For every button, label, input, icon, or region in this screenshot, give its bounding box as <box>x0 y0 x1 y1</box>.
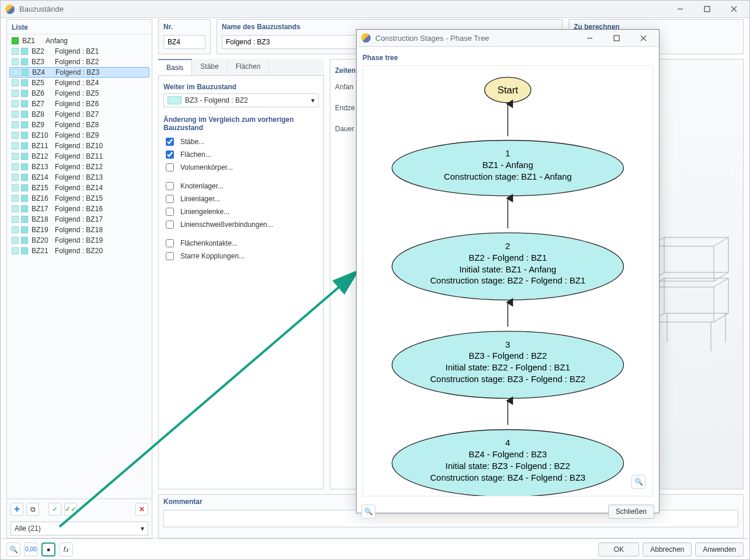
list-item-id: BZ6 <box>32 89 51 97</box>
maximize-button[interactable] <box>603 30 630 46</box>
change-checkbox[interactable]: Linienschweißverbindungen... <box>163 218 319 231</box>
svg-text:3: 3 <box>505 340 510 349</box>
list-item[interactable]: BZ8Folgend : BZ7 <box>9 109 149 120</box>
svg-text:Construction stage: BZ4 - Folg: Construction stage: BZ4 - Folgend : BZ3 <box>430 473 585 482</box>
checkbox[interactable] <box>166 182 174 190</box>
list-item[interactable]: BZ9Folgend : BZ8 <box>9 120 149 130</box>
tab-flachen[interactable]: Flächen <box>228 59 270 75</box>
weiter-combo[interactable]: BZ3 - Folgend : BZ2 ▾ <box>163 93 319 107</box>
color-swatch-icon <box>12 216 19 223</box>
help-icon[interactable]: 🔍 <box>6 542 20 556</box>
list-item[interactable]: BZ12Folgend : BZ11 <box>9 151 149 162</box>
fx-icon[interactable]: f𝑥 <box>59 542 73 556</box>
list-panel: Liste BZ1AnfangBZ2Folgend : BZ1BZ3Folgen… <box>6 19 152 538</box>
color-swatch-icon <box>21 100 28 107</box>
phase-tree-window: Construction Stages - Phase Tree Phase t… <box>356 29 660 513</box>
checkbox[interactable] <box>166 163 174 172</box>
change-checkbox[interactable]: Volumenkörper... <box>163 161 319 174</box>
color-swatch-icon <box>12 37 19 44</box>
list-item[interactable]: BZ20Folgend : BZ19 <box>9 235 149 246</box>
minimize-button[interactable] <box>667 1 693 18</box>
filter-combo[interactable]: Alle (21) ▾ <box>11 522 148 536</box>
change-checkbox[interactable]: Liniengelenke... <box>163 205 319 218</box>
check-icon[interactable]: ✓ <box>48 503 61 516</box>
tab-stabe[interactable]: Stäbe <box>192 59 227 75</box>
list-item-desc: Folgend : BZ19 <box>55 236 147 244</box>
main-title: Bauzustände <box>19 5 667 13</box>
change-label: Stäbe... <box>180 138 204 146</box>
checkbox[interactable] <box>166 150 174 159</box>
stage-list[interactable]: BZ1AnfangBZ2Folgend : BZ1BZ3Folgend : BZ… <box>7 34 152 499</box>
detail-tabs: Basis Stäbe Flächen <box>158 59 324 76</box>
list-item[interactable]: BZ5Folgend : BZ4 <box>9 78 149 88</box>
phase-tree-button[interactable]: ● <box>41 542 55 556</box>
change-label: Volumenkörper... <box>180 163 233 172</box>
list-item[interactable]: BZ18Folgend : BZ17 <box>9 214 149 225</box>
check-all-icon[interactable]: ✓✓ <box>64 503 77 516</box>
cancel-button[interactable]: Abbrechen <box>643 542 692 556</box>
change-checkbox[interactable]: Stäbe... <box>163 135 319 148</box>
checkbox[interactable] <box>166 252 174 260</box>
list-item[interactable]: BZ10Folgend : BZ9 <box>9 130 149 141</box>
delete-icon[interactable]: ✕ <box>135 503 148 516</box>
nr-panel: Nr. <box>158 19 211 54</box>
list-item-id: BZ19 <box>32 226 51 234</box>
change-checkbox[interactable]: Starre Kopplungen... <box>163 250 319 262</box>
checkbox[interactable] <box>166 138 174 146</box>
checkbox[interactable] <box>166 220 174 229</box>
tab-basis[interactable]: Basis <box>158 59 192 75</box>
list-item-desc: Folgend : BZ7 <box>55 110 147 118</box>
list-item[interactable]: BZ7Folgend : BZ6 <box>9 99 149 109</box>
list-item[interactable]: BZ13Folgend : BZ12 <box>9 162 149 172</box>
checkbox[interactable] <box>166 239 174 247</box>
close-button[interactable] <box>630 30 657 46</box>
color-swatch-icon <box>21 132 28 139</box>
list-item[interactable]: BZ3Folgend : BZ2 <box>9 57 149 67</box>
list-item-desc: Folgend : BZ8 <box>55 121 147 129</box>
phase-tree-canvas[interactable]: Start1BZ1 - AnfangConstruction stage: BZ… <box>362 65 653 496</box>
list-item[interactable]: BZ4Folgend : BZ3 <box>9 67 149 78</box>
color-swatch-icon <box>21 163 28 170</box>
list-item[interactable]: BZ1Anfang <box>9 36 149 46</box>
list-item[interactable]: BZ17Folgend : BZ16 <box>9 204 149 214</box>
close-phase-button[interactable]: Schließen <box>608 505 654 519</box>
close-button[interactable] <box>720 1 747 18</box>
copy-icon[interactable]: ⧉ <box>26 503 39 516</box>
help-icon[interactable]: 🔍 <box>361 505 375 519</box>
color-swatch-icon <box>21 79 28 86</box>
list-item[interactable]: BZ11Folgend : BZ10 <box>9 141 149 151</box>
color-swatch-icon <box>12 174 19 181</box>
new-icon[interactable]: ✚ <box>11 503 23 516</box>
checkbox[interactable] <box>166 195 174 203</box>
change-checkbox[interactable]: Linienlager... <box>163 192 319 205</box>
svg-text:Initial state: BZ1 - Anfang: Initial state: BZ1 - Anfang <box>459 265 556 274</box>
change-checkbox[interactable]: Knotenlager... <box>163 180 319 192</box>
list-item[interactable]: BZ2Folgend : BZ1 <box>9 46 149 57</box>
list-item[interactable]: BZ15Folgend : BZ14 <box>9 183 149 193</box>
list-item-id: BZ15 <box>32 184 51 192</box>
list-item[interactable]: BZ21Folgend : BZ20 <box>9 246 149 256</box>
units-icon[interactable]: 0,00 <box>24 542 38 556</box>
list-item[interactable]: BZ14Folgend : BZ13 <box>9 172 149 183</box>
color-swatch-icon <box>21 58 28 65</box>
svg-text:1: 1 <box>505 149 510 158</box>
list-item[interactable]: BZ19Folgend : BZ18 <box>9 225 149 235</box>
change-checkbox[interactable]: Flächenkontakte... <box>163 237 319 250</box>
list-item-desc: Anfang <box>46 37 147 45</box>
color-swatch-icon <box>21 195 28 202</box>
svg-text:Start: Start <box>497 85 518 96</box>
nr-input[interactable] <box>163 35 205 49</box>
list-item[interactable]: BZ6Folgend : BZ5 <box>9 88 149 99</box>
svg-text:BZ1 - Anfang: BZ1 - Anfang <box>483 160 533 170</box>
list-item[interactable]: BZ16Folgend : BZ15 <box>9 193 149 204</box>
zoom-tool-icon[interactable]: 🔍 <box>632 475 646 489</box>
ok-button[interactable]: OK <box>598 542 639 556</box>
svg-text:Initial state: BZ2 - Folgend :: Initial state: BZ2 - Folgend : BZ1 <box>445 363 570 372</box>
apply-button[interactable]: Anwenden <box>695 542 744 556</box>
change-label: Starre Kopplungen... <box>180 252 245 260</box>
maximize-button[interactable] <box>693 1 720 18</box>
checkbox[interactable] <box>166 208 174 216</box>
minimize-button[interactable] <box>576 30 603 46</box>
list-item-desc: Folgend : BZ10 <box>55 142 147 150</box>
change-checkbox[interactable]: Flächen... <box>163 148 319 161</box>
